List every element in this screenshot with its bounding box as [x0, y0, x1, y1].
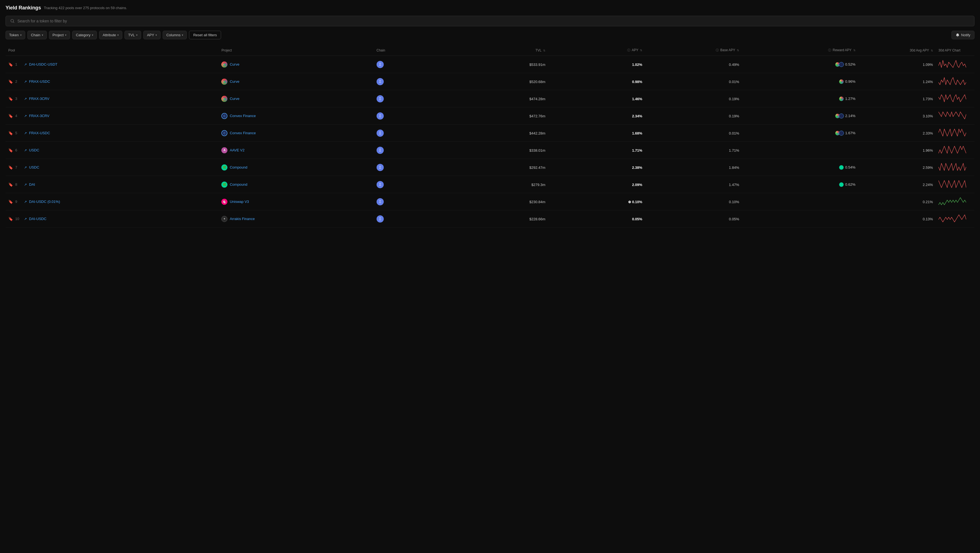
chain-icon: Ξ: [377, 78, 384, 85]
sort-icon: ⇅: [640, 49, 642, 52]
external-link-icon[interactable]: ↗: [24, 97, 27, 101]
page-title: Yield Rankings: [6, 5, 41, 11]
filter-columns[interactable]: Columns ▾: [163, 31, 187, 39]
project-name[interactable]: Convex Finance: [230, 131, 256, 135]
reward-apy-cell: 0.96%: [742, 73, 858, 90]
chevron-down-icon: ▾: [182, 33, 183, 37]
search-bar[interactable]: [6, 16, 974, 26]
filter-category[interactable]: Category ▾: [72, 31, 97, 39]
external-link-icon[interactable]: ↗: [24, 62, 27, 67]
search-icon: [10, 19, 15, 23]
pool-name[interactable]: FRAX-USDC: [29, 131, 50, 135]
project-name[interactable]: Compound: [230, 165, 247, 169]
row-number: 5: [15, 131, 22, 135]
pool-name[interactable]: DAI-USDC: [29, 217, 46, 221]
external-link-icon[interactable]: ↗: [24, 114, 27, 118]
project-name[interactable]: Curve: [230, 80, 239, 84]
table-row: 🔖 2 ↗ FRAX-USDC Curve Ξ$520.68m0.98%0.01…: [6, 73, 974, 90]
30d-avg-apy-value: 1.73%: [858, 90, 936, 107]
col-header-base-apy[interactable]: ⓘ Base APY ⇅: [645, 45, 742, 56]
filter-apy[interactable]: APY ▾: [143, 31, 161, 39]
tvl-value: $442.28m: [451, 124, 548, 142]
sort-icon: ⇅: [737, 49, 739, 52]
project-name[interactable]: Curve: [230, 97, 239, 101]
row-number: 9: [15, 199, 22, 204]
col-header-tvl[interactable]: TVL ⇅: [451, 45, 548, 56]
col-header-30d-avg[interactable]: 30d Avg APY ⇅: [858, 45, 936, 56]
col-header-pool: Pool: [6, 45, 219, 56]
chain-cell: Ξ: [374, 193, 451, 210]
reward-icon-multi: [839, 96, 844, 101]
notify-button[interactable]: Notify: [951, 31, 974, 39]
row-number: 7: [15, 165, 22, 169]
bookmark-icon[interactable]: 🔖: [8, 182, 13, 187]
30d-chart: [936, 176, 974, 193]
col-header-apy[interactable]: ⓘ APY ⇅: [548, 45, 645, 56]
pool-name[interactable]: FRAX-3CRV: [29, 97, 49, 101]
svg-point-10: [224, 98, 225, 99]
project-name[interactable]: Arrakis Finance: [230, 217, 255, 221]
30d-chart: [936, 159, 974, 176]
pool-name[interactable]: DAI: [29, 182, 35, 186]
project-name[interactable]: Compound: [230, 182, 247, 186]
30d-avg-apy-value: 1.96%: [858, 142, 936, 159]
tvl-value: $533.91m: [451, 56, 548, 73]
bookmark-icon[interactable]: 🔖: [8, 131, 13, 135]
project-cell: ✦ Arrakis Finance: [219, 210, 374, 228]
30d-chart: [936, 107, 974, 124]
apy-value: 1.46%: [548, 90, 645, 107]
pool-cell: 🔖 6 ↗ USDC: [6, 142, 219, 159]
external-link-icon[interactable]: ↗: [24, 80, 27, 84]
filter-token[interactable]: Token ▾: [6, 31, 25, 39]
bookmark-icon[interactable]: 🔖: [8, 80, 13, 84]
project-name[interactable]: Convex Finance: [230, 114, 256, 118]
filter-attribute[interactable]: Attribute ▾: [99, 31, 122, 39]
bookmark-icon[interactable]: 🔖: [8, 165, 13, 170]
bookmark-icon[interactable]: 🔖: [8, 199, 13, 204]
30d-avg-apy-value: 1.09%: [858, 56, 936, 73]
pool-name[interactable]: USDC: [29, 148, 39, 152]
reward-icon-c: [839, 131, 844, 135]
col-header-reward-apy[interactable]: ⓘ Reward APY ⇅: [742, 45, 858, 56]
bell-icon: [956, 33, 959, 37]
pool-name[interactable]: FRAX-3CRV: [29, 114, 49, 118]
reset-filters-button[interactable]: Reset all filters: [189, 31, 221, 39]
project-name[interactable]: Curve: [230, 62, 239, 67]
chain-cell: Ξ: [374, 159, 451, 176]
filter-tvl[interactable]: TVL ▾: [124, 31, 141, 39]
pool-cell: 🔖 4 ↗ FRAX-3CRV: [6, 107, 219, 124]
search-input[interactable]: [18, 19, 970, 23]
table-row: 🔖 4 ↗ FRAX-3CRV C Convex Finance Ξ$472.7…: [6, 107, 974, 124]
bookmark-icon[interactable]: 🔖: [8, 217, 13, 221]
reward-apy-cell: 1.67%: [742, 124, 858, 142]
chevron-down-icon: ▾: [92, 33, 93, 37]
external-link-icon[interactable]: ↗: [24, 200, 27, 204]
bookmark-icon[interactable]: 🔖: [8, 97, 13, 101]
bookmark-icon[interactable]: 🔖: [8, 148, 13, 153]
external-link-icon[interactable]: ↗: [24, 183, 27, 186]
filter-project[interactable]: Project ▾: [49, 31, 70, 39]
external-link-icon[interactable]: ↗: [24, 148, 27, 152]
project-cell: C Convex Finance: [219, 107, 374, 124]
pool-name[interactable]: FRAX-USDC: [29, 80, 50, 84]
external-link-icon[interactable]: ↗: [24, 217, 27, 221]
apy-value: 1.68%: [548, 124, 645, 142]
project-name[interactable]: Uniswap V3: [230, 199, 249, 204]
reward-icon-comp: [839, 182, 844, 187]
col-header-chain: Chain: [374, 45, 451, 56]
project-name[interactable]: AAVE V2: [230, 148, 244, 152]
bookmark-icon[interactable]: 🔖: [8, 114, 13, 118]
bookmark-icon[interactable]: 🔖: [8, 62, 13, 67]
external-link-icon[interactable]: ↗: [24, 166, 27, 169]
pool-name[interactable]: DAI-USDC (0.01%): [29, 199, 60, 204]
external-link-icon[interactable]: ↗: [24, 131, 27, 135]
base-apy-value: 1.47%: [645, 176, 742, 193]
pool-name[interactable]: USDC: [29, 165, 39, 169]
pool-cell: 🔖 9 ↗ DAI-USDC (0.01%): [6, 193, 219, 210]
pool-name[interactable]: DAI-USDC-USDT: [29, 62, 57, 67]
sort-icon: ⇅: [853, 49, 856, 52]
apy-value: 2.34%: [548, 107, 645, 124]
filter-chain[interactable]: Chain ▾: [27, 31, 47, 39]
base-apy-value: 1.84%: [645, 159, 742, 176]
30d-chart: [936, 193, 974, 210]
